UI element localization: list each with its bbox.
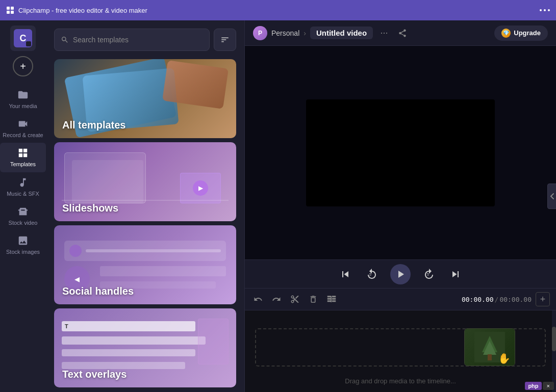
- window-controls[interactable]: [540, 9, 550, 11]
- sidebar-label-your-media: Your media: [9, 103, 37, 110]
- php-label: php: [525, 382, 541, 390]
- skip-to-start-button[interactable]: [337, 266, 353, 282]
- php-badge: php ×: [525, 382, 554, 390]
- add-button[interactable]: +: [13, 56, 33, 76]
- plus-icon: +: [540, 294, 546, 305]
- sidebar-label-stock-images: Stock images: [6, 249, 40, 255]
- skip-to-end-button[interactable]: [447, 266, 464, 282]
- scissors-icon: [290, 295, 299, 304]
- sidebar-item-your-media[interactable]: Your media: [0, 85, 46, 114]
- editor-panel: P Personal › Untitled video ··· 💎 Upgrad…: [245, 20, 556, 392]
- forward-5s-button[interactable]: 5: [421, 266, 437, 282]
- template-label-text-overlays: Text overlays: [62, 369, 127, 380]
- redo-button[interactable]: [269, 292, 284, 306]
- total-time: 00:00.00: [499, 296, 532, 303]
- search-input-wrap[interactable]: [54, 29, 210, 51]
- add-icon: +: [20, 61, 26, 72]
- template-card-all-templates[interactable]: All templates: [54, 59, 236, 138]
- search-icon: [61, 36, 69, 44]
- app-icon: [6, 6, 14, 14]
- template-card-text-overlays[interactable]: T Text overlays: [54, 308, 236, 387]
- filter-icon: [220, 35, 230, 44]
- sidebar-label-music-sfx: Music & SFX: [7, 191, 39, 197]
- breadcrumb-separator: ›: [304, 29, 306, 37]
- title-bar: Clipchamp - free video editor & video ma…: [0, 0, 556, 20]
- logo-icon: C: [14, 29, 32, 47]
- timeline-clip[interactable]: ✋: [464, 328, 515, 366]
- video-title[interactable]: Untitled video: [310, 27, 373, 39]
- undo-button[interactable]: [251, 292, 265, 306]
- current-time: 00:00.00: [462, 296, 494, 303]
- template-card-social-handles[interactable]: ◂ Social handles: [54, 225, 236, 304]
- app-title: Clipchamp - free video editor & video ma…: [18, 7, 147, 14]
- template-list: All templates ▶ Slideshows: [46, 59, 244, 392]
- scrollbar-thumb[interactable]: [552, 327, 556, 351]
- split-button[interactable]: [324, 292, 339, 306]
- upgrade-label: Upgrade: [514, 29, 541, 37]
- sidebar-item-stock-video[interactable]: Stock video: [0, 201, 46, 230]
- editor-header: P Personal › Untitled video ··· 💎 Upgrad…: [245, 20, 556, 46]
- share-button[interactable]: [395, 26, 410, 40]
- video-canvas: [306, 99, 495, 206]
- play-button[interactable]: [390, 264, 411, 284]
- upgrade-button[interactable]: 💎 Upgrade: [494, 25, 548, 41]
- search-input[interactable]: [73, 36, 203, 44]
- svg-rect-9: [488, 354, 492, 360]
- sidebar-item-stock-images[interactable]: Stock images: [0, 230, 46, 259]
- grid-icon: [17, 147, 29, 159]
- icon-sidebar: C + Your media Record & create Templates: [0, 20, 46, 392]
- time-separator: /: [495, 296, 499, 303]
- template-card-slideshows[interactable]: ▶ Slideshows: [54, 142, 236, 221]
- sidebar-item-record-create[interactable]: Record & create: [0, 114, 46, 143]
- time-display: 00:00.00 / 00:00.00: [462, 296, 532, 303]
- image-icon: [17, 234, 29, 247]
- add-to-timeline-button[interactable]: +: [536, 292, 550, 306]
- search-bar: [46, 20, 244, 59]
- sidebar-label-stock-video: Stock video: [9, 220, 38, 226]
- breadcrumb: P Personal › Untitled video ···: [253, 26, 410, 40]
- camera-icon: [17, 118, 29, 130]
- filter-button[interactable]: [214, 29, 236, 51]
- redo-icon: [272, 295, 281, 304]
- title-bar-content: Clipchamp - free video editor & video ma…: [6, 6, 147, 14]
- trash-icon: [309, 295, 318, 304]
- svg-rect-2: [7, 11, 10, 14]
- svg-rect-0: [7, 7, 10, 10]
- content-panel: All templates ▶ Slideshows: [46, 20, 245, 392]
- logo-button[interactable]: C: [10, 25, 36, 51]
- video-preview: [245, 46, 556, 259]
- svg-rect-3: [11, 11, 14, 14]
- avatar: P: [253, 26, 267, 40]
- timeline-area: ✋ Drag and drop media to the timeline...…: [245, 310, 556, 392]
- main-layout: C + Your media Record & create Templates: [0, 20, 556, 392]
- drag-cursor-icon: ✋: [498, 352, 511, 364]
- cut-button[interactable]: [288, 292, 302, 306]
- sidebar-label-record-create: Record & create: [3, 132, 43, 139]
- delete-button[interactable]: [306, 292, 320, 306]
- undo-icon: [254, 295, 263, 304]
- music-icon: [17, 176, 29, 189]
- sidebar-item-music-sfx[interactable]: Music & SFX: [0, 172, 46, 201]
- timeline-drop-hint: Drag and drop media to the timeline...: [345, 377, 456, 385]
- video-more-button[interactable]: ···: [377, 26, 391, 40]
- timeline-scrollbar[interactable]: [552, 310, 556, 392]
- sidebar-label-templates: Templates: [10, 161, 36, 168]
- close-badge-button[interactable]: ×: [543, 382, 554, 390]
- film-icon: [17, 205, 29, 218]
- split-icon: [327, 295, 336, 304]
- svg-text:5: 5: [369, 273, 371, 276]
- playback-controls: 5 5: [245, 259, 556, 288]
- workspace-label: Personal: [271, 29, 299, 37]
- svg-text:5: 5: [427, 273, 429, 276]
- folder-icon: [17, 89, 29, 101]
- timeline-track: ✋: [255, 326, 546, 367]
- share-icon: [398, 29, 407, 38]
- sidebar-item-templates[interactable]: Templates: [0, 143, 46, 172]
- svg-rect-1: [11, 7, 14, 10]
- gem-icon: 💎: [501, 29, 511, 38]
- timeline-toolbar: 00:00.00 / 00:00.00 +: [245, 288, 556, 310]
- template-label-slideshows: Slideshows: [62, 202, 118, 214]
- template-label-all-templates: All templates: [62, 119, 125, 131]
- rewind-5s-button[interactable]: 5: [364, 266, 380, 282]
- template-label-social-handles: Social handles: [62, 285, 134, 297]
